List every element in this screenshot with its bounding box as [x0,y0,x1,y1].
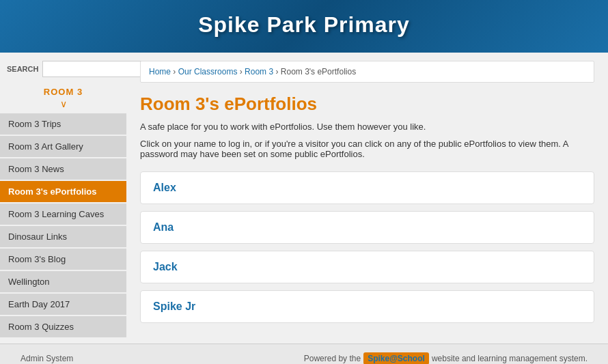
sidebar-item-3[interactable]: Room 3's ePortfolios [0,181,126,202]
breadcrumb-sep3: › [275,67,280,76]
site-footer: Admin System Powered by the Spike@School… [0,344,608,364]
portfolio-link-3[interactable]: Spike Jr [153,300,195,312]
portfolio-item-2[interactable]: Jack [140,251,594,283]
sidebar: SEARCH › ROOM 3 ∨ Room 3 TripsRoom 3 Art… [0,53,126,344]
breadcrumb-classrooms[interactable]: Our Classrooms [178,67,238,76]
sidebar-nav: Room 3 TripsRoom 3 Art GalleryRoom 3 New… [0,113,126,337]
breadcrumb-sep2: › [240,67,245,76]
footer-powered-suffix: website and learning management system. [432,354,588,363]
site-header: Spike Park Primary [0,0,608,53]
sidebar-item-8[interactable]: Earth Day 2017 [0,294,126,315]
sidebar-item-2[interactable]: Room 3 News [0,158,126,180]
portfolio-item-3[interactable]: Spike Jr [140,290,594,323]
portfolio-item-1[interactable]: Ana [140,211,594,244]
portfolio-link-2[interactable]: Jack [153,261,178,272]
sidebar-item-1[interactable]: Room 3 Art Gallery [0,136,126,157]
search-bar: SEARCH › [0,61,126,84]
sidebar-item-4[interactable]: Room 3 Learning Caves [0,204,126,225]
spike-logo-at: @ [389,354,398,363]
search-label: SEARCH [7,65,38,73]
spike-logo-text: Spike [368,354,389,363]
room-chevron-icon: ∨ [0,98,126,113]
sidebar-item-5[interactable]: Dinosaur Links [0,226,126,247]
portfolio-item-0[interactable]: Alex [140,171,594,204]
breadcrumb-home[interactable]: Home [149,67,171,76]
sidebar-item-7[interactable]: Wellington [0,271,126,292]
spike-logo-school: School [398,354,425,363]
spike-logo: Spike@School [363,352,429,364]
breadcrumb-current: Room 3's ePortfolios [281,67,356,76]
site-title: Spike Park Primary [0,12,608,38]
portfolio-list: AlexAnaJackSpike Jr [140,171,594,323]
sidebar-item-6[interactable]: Room 3's Blog [0,249,126,270]
footer-powered: Powered by the Spike@School website and … [304,352,588,364]
footer-admin-label: Admin System [20,354,73,363]
room-label: ROOM 3 [0,84,126,98]
footer-powered-label: Powered by the [304,354,361,363]
portfolio-link-1[interactable]: Ana [153,221,174,233]
sidebar-item-0[interactable]: Room 3 Trips [0,113,126,135]
page-description-2: Click on your name to log in, or if you'… [140,139,594,159]
breadcrumb: Home › Our Classrooms › Room 3 › Room 3'… [140,61,594,83]
sidebar-item-9[interactable]: Room 3 Quizzes [0,316,126,337]
breadcrumb-sep1: › [173,67,178,76]
page-description-1: A safe place for you to work with ePortf… [140,122,594,132]
portfolio-link-0[interactable]: Alex [153,182,176,193]
breadcrumb-room[interactable]: Room 3 [245,67,273,76]
page-title: Room 3's ePortfolios [140,94,594,115]
main-wrapper: SEARCH › ROOM 3 ∨ Room 3 TripsRoom 3 Art… [0,53,608,344]
content-area: Home › Our Classrooms › Room 3 › Room 3'… [126,53,608,344]
